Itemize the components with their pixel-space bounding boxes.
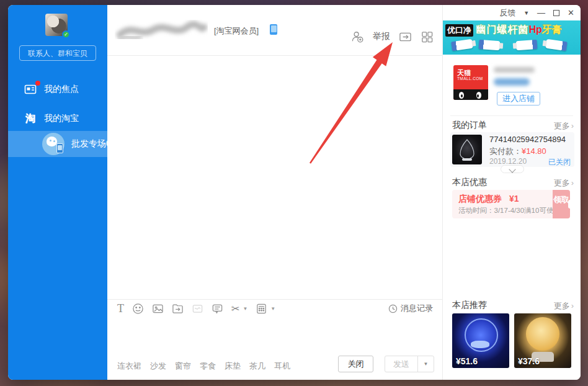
quick-tag[interactable]: 床垫: [225, 361, 241, 372]
quick-tag[interactable]: 窗帘: [175, 361, 191, 372]
taobao-icon: 淘: [24, 112, 37, 125]
ad-banner[interactable]: 优口净 幽门螺杆菌Hp牙膏: [443, 20, 581, 55]
apps-grid-icon[interactable]: [421, 30, 434, 43]
caret-down-icon: ▼: [424, 361, 429, 367]
font-style-icon[interactable]: T: [117, 303, 124, 315]
tmall-logo-text: 天猫: [453, 65, 488, 76]
orders-title: 我的订单: [452, 120, 487, 131]
product-price: ¥51.6: [456, 356, 478, 366]
recommend-products: ¥51.6 ¥37.6: [443, 313, 581, 369]
chat-header-actions: 举报: [351, 30, 434, 43]
clock-icon: [388, 304, 398, 313]
expand-orders-button[interactable]: [501, 165, 524, 173]
add-contact-icon[interactable]: [351, 30, 364, 43]
ad-title: 幽门螺杆菌: [476, 24, 528, 35]
ad-hp: Hp: [528, 24, 541, 35]
close-window-icon[interactable]: ✕: [568, 8, 574, 17]
product-card[interactable]: ¥37.6: [514, 313, 571, 368]
coupon-name: 店铺优惠券¥1: [458, 194, 519, 205]
ad-suffix: 牙膏: [542, 24, 562, 35]
app-window: ✓ 我的焦点 淘 我的淘宝 批发专场007: [8, 5, 581, 380]
newspaper-icon: [24, 83, 37, 96]
sidebar-item-label: 我的焦点: [44, 84, 79, 95]
chat-header: [淘宝网会员] 举报: [107, 5, 442, 56]
screenshot-dropdown-icon[interactable]: ▼: [243, 306, 247, 312]
orders-more-link[interactable]: 更多›: [554, 120, 574, 132]
order-status[interactable]: 已关闭: [548, 157, 571, 168]
sidebar-item-label: 我的淘宝: [44, 113, 79, 124]
toothpaste-image: [479, 40, 501, 50]
lamp-image: [458, 138, 476, 162]
titlebar-dropdown-icon[interactable]: ▼: [523, 10, 529, 16]
toothpaste-image: [545, 39, 568, 52]
coupons-header: 本店优惠 更多›: [443, 177, 581, 189]
chat-column: [淘宝网会员] 举报: [107, 5, 442, 380]
product-card[interactable]: ¥51.6: [452, 313, 509, 368]
search-input[interactable]: [19, 45, 96, 61]
history-label: 消息记录: [401, 303, 433, 314]
order-amount: ¥14.80: [522, 146, 546, 156]
recommend-header: 本店推荐 更多›: [443, 300, 581, 312]
ad-text: 优口净 幽门螺杆菌Hp牙膏: [445, 24, 562, 37]
send-options-dropdown[interactable]: ▼: [417, 356, 434, 372]
redacted-shop-name: [494, 78, 530, 86]
emoji-icon[interactable]: [132, 303, 144, 315]
user-avatar[interactable]: ✓: [45, 14, 68, 36]
send-button-group: 发送 ▼: [385, 356, 434, 372]
online-status-icon: ✓: [62, 30, 70, 38]
coupons-more-link[interactable]: 更多›: [554, 177, 574, 189]
tools-dropdown-icon[interactable]: ▼: [270, 306, 275, 312]
tmall-logo-subtext: TMALL.COM: [453, 76, 488, 81]
coupon-card: 店铺优惠券¥1 活动时间：3/17-4/30满10可使用 领取: [452, 190, 570, 218]
recommend-more-link[interactable]: 更多›: [554, 300, 574, 312]
quick-tag[interactable]: 茶几: [249, 361, 265, 372]
chevron-right-icon: ›: [571, 301, 574, 310]
product-price: ¥37.6: [518, 356, 540, 366]
sidebar-item-active-chat[interactable]: 批发专场007: [8, 131, 107, 157]
order-number: 77414025942754894: [489, 135, 572, 144]
feedback-button[interactable]: 反馈: [499, 7, 515, 19]
quick-tag[interactable]: 耳机: [274, 361, 290, 372]
order-date: 2019.12.20: [489, 157, 527, 166]
quick-tag-row: 连衣裙 沙发 窗帘 零食 床垫 茶几 耳机: [117, 361, 290, 372]
message-area[interactable]: [107, 56, 442, 299]
image-icon[interactable]: [152, 303, 164, 315]
order-card[interactable]: 77414025942754894 实付款：¥14.80 2019.12.20 …: [450, 132, 574, 167]
maximize-icon[interactable]: [553, 10, 559, 16]
shop-info: 天猫 TMALL.COM 进入店铺: [443, 60, 581, 114]
order-paid: 实付款：¥14.80: [489, 146, 546, 157]
minimize-icon[interactable]: —: [537, 10, 545, 16]
shop-panel: 反馈 ▼ — ✕ 优口净 幽门螺杆菌Hp牙膏 天猫 TMALL.COM: [442, 5, 581, 380]
quick-tag[interactable]: 连衣裙: [117, 361, 141, 372]
mobile-badge-icon: [56, 143, 63, 153]
sidebar-item-my-taobao[interactable]: 淘 我的淘宝: [8, 107, 107, 130]
sidebar: ✓ 我的焦点 淘 我的淘宝 批发专场007: [8, 5, 107, 380]
quick-tag[interactable]: 沙发: [150, 361, 166, 372]
quick-reply-icon[interactable]: [212, 303, 223, 315]
sidebar-item-my-focus[interactable]: 我的焦点: [8, 78, 107, 101]
message-history-button[interactable]: 消息记录: [388, 303, 433, 314]
close-chat-button[interactable]: 关闭: [338, 356, 373, 372]
screenshot-icon[interactable]: ✂: [231, 303, 239, 315]
order-product-image: [452, 135, 482, 164]
send-button[interactable]: 发送: [385, 356, 417, 372]
calculator-icon[interactable]: [256, 303, 267, 315]
forward-folder-icon[interactable]: [399, 30, 412, 43]
chevron-right-icon: ›: [571, 178, 574, 187]
member-badge: [淘宝网会员]: [214, 25, 259, 37]
claim-coupon-button[interactable]: 领取: [553, 190, 570, 218]
notification-dot: [35, 81, 40, 86]
mobile-online-icon: [270, 24, 277, 35]
tmall-logo[interactable]: 天猫 TMALL.COM: [453, 65, 488, 100]
enter-shop-button[interactable]: 进入店铺: [497, 92, 540, 105]
tmall-cat-icon: [453, 89, 488, 100]
quick-tag[interactable]: 零食: [200, 361, 216, 372]
chevron-right-icon: ›: [571, 121, 574, 130]
report-button[interactable]: 举报: [373, 31, 390, 42]
coupon-notch: [568, 200, 572, 209]
toothpaste-image: [516, 40, 538, 50]
message-input[interactable]: [107, 318, 442, 354]
coupon-validity: 活动时间：3/17-4/30满10可使用: [458, 206, 561, 215]
send-file-icon[interactable]: [172, 303, 184, 315]
coupons-title: 本店优惠: [452, 177, 487, 188]
